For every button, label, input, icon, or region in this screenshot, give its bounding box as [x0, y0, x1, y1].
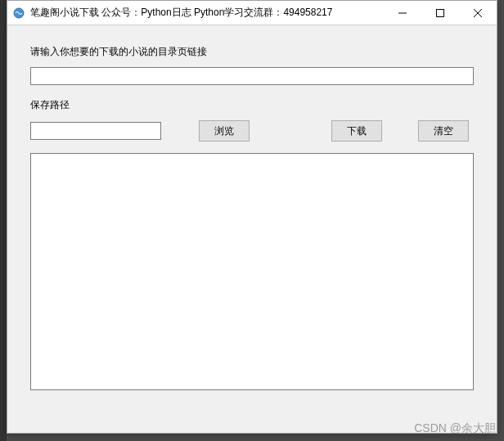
- output-textarea[interactable]: [30, 153, 474, 390]
- save-path-input[interactable]: [30, 122, 161, 140]
- url-label: 请输入你想要的下载的小说的目录页链接: [30, 45, 474, 59]
- clear-button[interactable]: 清空: [418, 120, 469, 142]
- browse-button[interactable]: 浏览: [199, 120, 250, 142]
- app-window: 笔趣阁小说下载 公众号：Python日志 Python学习交流群：4949582…: [7, 0, 497, 434]
- save-path-label: 保存路径: [30, 98, 474, 112]
- app-icon: [12, 7, 25, 20]
- titlebar: 笔趣阁小说下载 公众号：Python日志 Python学习交流群：4949582…: [7, 1, 497, 25]
- path-row: 浏览 下载 清空: [30, 120, 474, 142]
- download-button[interactable]: 下载: [331, 120, 382, 142]
- url-input[interactable]: [30, 67, 474, 85]
- editor-gutter: [0, 0, 7, 441]
- window-title: 笔趣阁小说下载 公众号：Python日志 Python学习交流群：4949582…: [30, 6, 384, 20]
- window-controls: [384, 1, 497, 25]
- maximize-button[interactable]: [421, 1, 459, 25]
- minimize-button[interactable]: [384, 1, 421, 25]
- close-button[interactable]: [459, 1, 497, 25]
- client-area: 请输入你想要的下载的小说的目录页链接 保存路径 浏览 下载 清空: [7, 25, 497, 407]
- svg-rect-2: [437, 10, 444, 17]
